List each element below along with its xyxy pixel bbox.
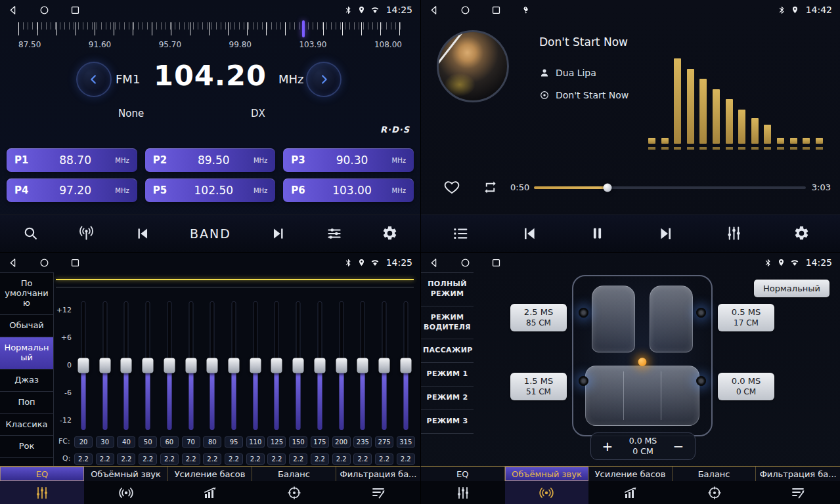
recents-button[interactable] — [70, 5, 81, 16]
eq-preset-jazz[interactable]: Джаз — [0, 369, 53, 392]
eq-slider-knob[interactable] — [400, 358, 411, 373]
tab-surround[interactable]: Объёмный звук — [84, 467, 168, 481]
prev-track-button[interactable] — [520, 224, 539, 243]
eq-slider-knob[interactable] — [357, 358, 368, 373]
eq-preset-custom[interactable]: Обычай — [0, 315, 53, 337]
eq-band-slider[interactable] — [353, 301, 372, 430]
eq-slider-knob[interactable] — [379, 358, 390, 373]
eq-preset-pop[interactable]: Поп — [0, 392, 53, 414]
frequency-scale[interactable]: 87.50 91.60 95.70 99.80 103.90 108.00 — [18, 22, 402, 52]
tab-filter[interactable]: Фильтрация ба... — [756, 467, 840, 481]
front-left-delay[interactable]: 2.5 MS 85 CM — [510, 304, 567, 331]
front-right-delay[interactable]: 0.5 MS 17 CM — [718, 304, 774, 331]
eq-band-slider[interactable] — [160, 301, 179, 430]
bass-boost-icon[interactable] — [168, 481, 252, 504]
back-button[interactable] — [429, 5, 440, 16]
front-right-speaker[interactable] — [696, 308, 706, 318]
home-button[interactable] — [460, 257, 471, 268]
eq-band-slider[interactable] — [311, 301, 329, 430]
eq-band-slider[interactable] — [96, 301, 114, 430]
progress-knob[interactable] — [603, 184, 611, 192]
eq-band-slider[interactable] — [74, 301, 93, 430]
eq-preset-rock[interactable]: Рок — [0, 436, 53, 458]
back-button[interactable] — [429, 257, 440, 268]
eq-preset-normal[interactable]: Нормальный — [0, 337, 53, 369]
tune-sliders-button[interactable] — [326, 225, 343, 242]
broadcast-button[interactable] — [77, 224, 95, 242]
seek-prev-button[interactable] — [134, 225, 151, 242]
eq-preset-classic[interactable]: Классика — [0, 414, 53, 436]
tune-up-button[interactable] — [306, 62, 342, 97]
tune-down-button[interactable] — [76, 62, 112, 97]
tab-filter[interactable]: Фильтрация ба... — [336, 467, 420, 481]
eq-band-slider[interactable] — [332, 301, 351, 430]
eq-band-slider[interactable] — [117, 301, 135, 430]
mode-passenger[interactable]: ПАССАЖИР — [421, 339, 474, 363]
next-track-button[interactable] — [657, 224, 675, 243]
eq-slider-knob[interactable] — [293, 358, 304, 373]
surround-preset-button[interactable]: Нормальный — [754, 280, 829, 297]
preset-button-p3[interactable]: P3 90.30 MHz — [283, 148, 414, 172]
eq-slider-knob[interactable] — [121, 358, 132, 373]
rear-left-delay[interactable]: 1.5 MS 51 CM — [510, 373, 567, 400]
pause-button[interactable] — [588, 224, 606, 242]
back-button[interactable] — [8, 257, 19, 268]
rear-right-speaker[interactable] — [696, 376, 706, 386]
progress-slider[interactable] — [534, 186, 806, 189]
settings-button[interactable] — [793, 225, 810, 242]
eq-preset-default[interactable]: По умолчанию — [0, 273, 53, 315]
eq-band-slider[interactable] — [139, 301, 157, 430]
mode-2[interactable]: РЕЖИМ 2 — [421, 387, 474, 410]
home-button[interactable] — [39, 5, 50, 16]
tab-surround[interactable]: Объёмный звук — [505, 467, 589, 481]
mode-3[interactable]: РЕЖИМ 3 — [421, 410, 474, 434]
bass-boost-icon[interactable] — [588, 481, 673, 504]
tab-bass-boost[interactable]: Усиление басов — [588, 467, 673, 481]
eq-icon[interactable] — [0, 481, 84, 504]
eq-slider-knob[interactable] — [143, 358, 154, 373]
tab-bass-boost[interactable]: Усиление басов — [168, 467, 252, 481]
balance-icon[interactable] — [673, 481, 757, 504]
delay-decrease-button[interactable]: − — [670, 438, 687, 454]
favorite-button[interactable] — [443, 178, 460, 196]
preset-button-p5[interactable]: P5 102.50 MHz — [145, 178, 276, 202]
tab-eq[interactable]: EQ — [421, 467, 505, 481]
eq-slider-knob[interactable] — [185, 358, 196, 373]
scale-indicator[interactable] — [302, 20, 305, 37]
eq-slider-knob[interactable] — [207, 358, 218, 373]
tab-balance[interactable]: Баланс — [252, 467, 336, 481]
mode-driver[interactable]: РЕЖИМ ВОДИТЕЛЯ — [421, 306, 474, 340]
delay-increase-button[interactable]: + — [599, 438, 616, 454]
mode-full[interactable]: ПОЛНЫЙ РЕЖИМ — [421, 273, 474, 306]
settings-button[interactable] — [382, 225, 398, 242]
eq-slider-knob[interactable] — [271, 358, 282, 373]
front-left-speaker[interactable] — [579, 308, 588, 318]
eq-band-slider[interactable] — [267, 301, 286, 430]
rear-right-delay[interactable]: 0.0 MS 0 CM — [718, 373, 774, 400]
eq-icon[interactable] — [421, 481, 505, 504]
tab-eq[interactable]: EQ — [0, 467, 84, 481]
seek-next-button[interactable] — [270, 225, 287, 242]
mixer-button[interactable] — [725, 224, 743, 242]
eq-band-slider[interactable] — [289, 301, 307, 430]
recents-button[interactable] — [70, 257, 81, 268]
eq-slider-knob[interactable] — [229, 358, 240, 373]
preset-button-p6[interactable]: P6 103.00 MHz — [283, 178, 414, 202]
home-button[interactable] — [460, 5, 471, 16]
eq-slider-knob[interactable] — [164, 358, 175, 373]
band-button[interactable]: BAND — [190, 226, 231, 241]
eq-band-slider[interactable] — [375, 301, 393, 430]
balance-icon[interactable] — [252, 481, 336, 504]
filter-icon[interactable] — [336, 481, 420, 504]
preset-button-p4[interactable]: P4 97.20 MHz — [7, 178, 137, 202]
eq-slider-knob[interactable] — [336, 358, 347, 373]
back-button[interactable] — [8, 5, 19, 16]
home-button[interactable] — [39, 257, 50, 268]
eq-band-slider[interactable] — [225, 301, 243, 430]
preset-button-p2[interactable]: P2 89.50 MHz — [145, 148, 276, 172]
rear-left-speaker[interactable] — [579, 376, 588, 386]
eq-slider-knob[interactable] — [314, 358, 325, 373]
recents-button[interactable] — [491, 5, 502, 16]
eq-band-slider[interactable] — [397, 301, 415, 430]
tab-balance[interactable]: Баланс — [673, 467, 757, 481]
